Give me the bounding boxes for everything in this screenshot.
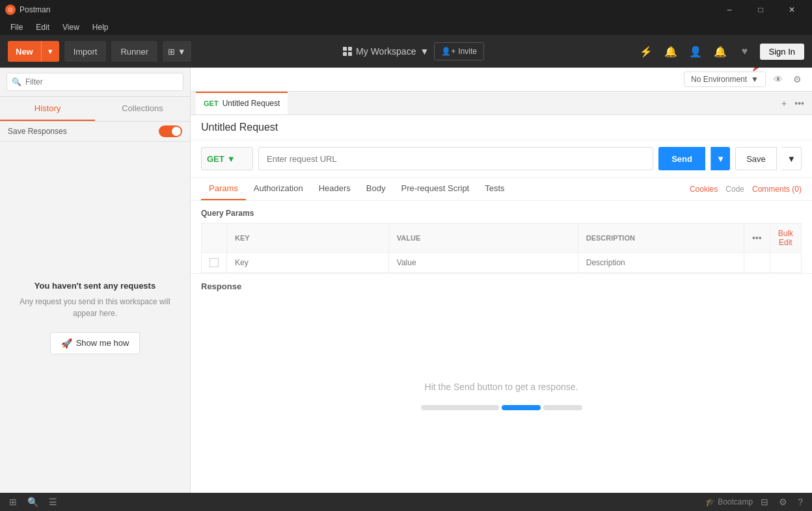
history-tab[interactable]: History (0, 97, 95, 121)
app-title: Postman (20, 5, 50, 14)
key-input[interactable] (235, 258, 381, 267)
save-dropdown-button[interactable]: ▼ (782, 147, 802, 170)
env-gear-button[interactable]: ⚙ (791, 72, 804, 87)
workspace-name: My Workspace (356, 46, 416, 57)
sign-in-button[interactable]: Sign In (760, 44, 804, 60)
value-cell (388, 253, 578, 273)
bottom-search-button[interactable]: 🔍 (25, 495, 41, 508)
response-bar-gray2 (543, 405, 582, 410)
response-body: Hit the Send button to get a response. (191, 298, 812, 493)
response-bar-blue (502, 405, 541, 410)
more-tabs-button[interactable]: ••• (792, 97, 807, 110)
request-subtabs: Params Authorization Headers Body Pre-re… (191, 177, 812, 201)
menu-bar: File Edit View Help (0, 20, 812, 35)
bottom-layout-button[interactable]: ⊟ (758, 495, 771, 508)
bootcamp-button[interactable]: 🎓 Bootcamp (705, 497, 753, 506)
tab-headers[interactable]: Headers (311, 177, 359, 200)
send-dropdown-button[interactable]: ▼ (710, 147, 730, 170)
add-tab-button[interactable]: + (779, 97, 789, 110)
bottom-settings-button[interactable]: ⚙ (776, 495, 790, 508)
workspace-selector[interactable]: My Workspace ▼ (343, 46, 429, 57)
runner-button[interactable]: Runner (111, 41, 157, 62)
tab-pre-request-script[interactable]: Pre-request Script (393, 177, 477, 200)
main-layout: 🔍 History Collections Save Responses You… (0, 68, 812, 493)
layout-button[interactable]: ⊞ ▼ (163, 41, 191, 62)
code-link[interactable]: Code (725, 185, 744, 194)
desc-cell (578, 253, 744, 273)
params-more-button[interactable]: ••• (752, 233, 762, 243)
search-icon-btn[interactable]: ⚡ (636, 42, 656, 61)
app-logo (5, 5, 16, 15)
request-name-text: Untitled Request (201, 122, 278, 133)
menu-view[interactable]: View (57, 21, 85, 33)
menu-file[interactable]: File (5, 21, 28, 33)
response-title: Response (201, 282, 241, 291)
import-button[interactable]: Import (64, 41, 107, 62)
bottom-help-button[interactable]: ? (795, 495, 805, 508)
environment-selector[interactable]: No Environment ▼ (684, 72, 766, 87)
new-button[interactable]: New ▼ (8, 41, 59, 62)
bottom-bar: ⊞ 🔍 ☰ 🎓 Bootcamp ⊟ ⚙ ? (0, 493, 812, 511)
workspace-dropdown-icon: ▼ (420, 46, 429, 57)
minimize-button[interactable]: – (714, 0, 744, 20)
sidebar-search-section: 🔍 (0, 68, 190, 97)
comments-link[interactable]: Comments (0) (752, 185, 802, 194)
show-me-button[interactable]: 🚀 Show me how (50, 332, 141, 354)
user-icon-btn[interactable]: 👤 (686, 42, 705, 61)
description-input[interactable] (586, 258, 736, 267)
main-content: No Environment ▼ 👁 ⚙ GET Untitled Reques… (191, 68, 812, 493)
tab-body[interactable]: Body (359, 177, 394, 200)
tab-authorization[interactable]: Authorization (246, 177, 311, 200)
response-section-header: Response (191, 273, 812, 298)
bulk-edit-button[interactable]: Bulk Edit (778, 229, 793, 247)
invite-button[interactable]: 👤+ Invite (434, 42, 484, 60)
method-badge: GET (204, 99, 219, 107)
title-bar: Postman – □ ✕ (0, 0, 812, 20)
save-button[interactable]: Save (735, 147, 777, 170)
bootcamp-label: Bootcamp (718, 497, 753, 506)
maximize-button[interactable]: □ (746, 0, 776, 20)
search-input[interactable] (7, 73, 183, 91)
response-hint: Hit the Send button to get a response. (425, 382, 578, 392)
response-loading-bars (421, 405, 582, 410)
method-selector[interactable]: GET ▼ (201, 147, 253, 170)
search-icon: 🔍 (12, 77, 21, 86)
workspace-grid-icon (343, 47, 352, 56)
request-tab-0[interactable]: GET Untitled Request (196, 92, 288, 114)
th-action: ••• (744, 224, 770, 253)
query-params-section: Query Params KEY VALUE DESCRIPTION ••• B… (191, 201, 812, 273)
method-dropdown-icon: ▼ (227, 154, 236, 164)
send-button[interactable]: Send (658, 147, 705, 170)
no-requests-title: You haven't sent any requests (34, 281, 156, 291)
bell-icon-btn[interactable]: 🔔 (710, 42, 730, 61)
url-input[interactable] (258, 147, 653, 170)
key-cell (227, 253, 389, 273)
no-environment-label: No Environment (691, 75, 747, 84)
environment-bar: No Environment ▼ 👁 ⚙ (191, 68, 812, 92)
env-eye-button[interactable]: 👁 (771, 72, 785, 87)
notification-icon-btn[interactable]: 🔔 (661, 42, 681, 61)
th-value: VALUE (388, 224, 578, 253)
sidebar-empty-state: You haven't sent any requests Any reques… (0, 142, 190, 493)
save-responses-toggle[interactable] (159, 125, 182, 137)
tab-params[interactable]: Params (201, 177, 246, 200)
bottom-grid-button[interactable]: ⊞ (7, 495, 20, 508)
menu-help[interactable]: Help (87, 21, 114, 33)
request-name-section: Untitled Request (191, 115, 812, 140)
menu-edit[interactable]: Edit (31, 21, 55, 33)
show-me-icon: 🚀 (61, 338, 72, 348)
cookies-link[interactable]: Cookies (690, 185, 718, 194)
tab-tests[interactable]: Tests (477, 177, 512, 200)
request-tabs-bar: GET Untitled Request + ••• (191, 92, 812, 115)
params-table: KEY VALUE DESCRIPTION ••• Bulk Edit (201, 223, 802, 273)
bottom-console-button[interactable]: ☰ (46, 495, 60, 508)
url-bar: GET ▼ Send ▼ Save ▼ (191, 140, 812, 177)
value-input[interactable] (397, 258, 570, 267)
row-check-cell (202, 253, 227, 273)
th-bulk-edit: Bulk Edit (770, 224, 801, 253)
heart-icon-btn[interactable]: ♥ (735, 42, 755, 61)
row-checkbox[interactable] (210, 258, 219, 267)
collections-tab[interactable]: Collections (95, 97, 190, 121)
close-button[interactable]: ✕ (777, 0, 807, 20)
env-dropdown-icon: ▼ (751, 75, 759, 84)
